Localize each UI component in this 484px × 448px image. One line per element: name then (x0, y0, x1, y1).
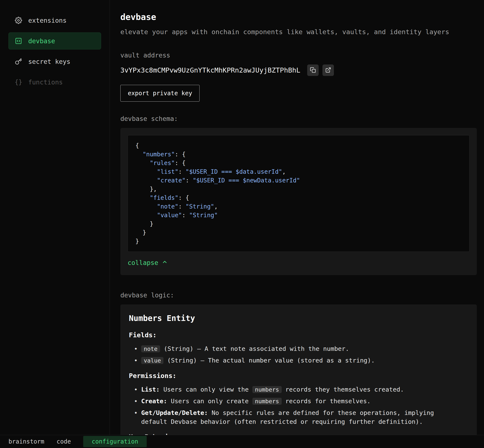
collapse-label: collapse (128, 258, 158, 267)
code-line: "rules": { (135, 159, 462, 167)
logic-bullet: •List: Users can only view the numbers r… (129, 385, 468, 394)
app-window: extensionsdevbasesecret keys{}functions … (0, 0, 484, 448)
logic-section-heading: Fields: (129, 331, 468, 339)
sidebar-item-label: secret keys (28, 58, 70, 65)
copy-icon (310, 67, 316, 74)
page-subtitle: elevate your apps with onchain component… (120, 28, 477, 36)
key-icon (14, 58, 23, 65)
chevron-up-icon (162, 258, 168, 267)
gear-icon (14, 17, 23, 24)
vault-address-row: 3vYPx3c8mCMPvw9UzGnYTkcMhKPRn2awJUyjBZTP… (120, 64, 477, 76)
sidebar-item-label: functions (28, 79, 63, 86)
schema-collapse-button[interactable]: collapse (128, 258, 168, 267)
bullet-dot: • (134, 385, 141, 394)
bullet-text: note (String) — A text note associated w… (141, 344, 468, 353)
schema-code-block: { "numbers": { "rules": { "list": "$USER… (128, 135, 470, 252)
code-line: { (135, 141, 462, 150)
export-private-key-button[interactable]: export private key (120, 85, 199, 102)
code-line: } (135, 237, 462, 246)
code-line: "list": "$USER_ID === $data.userId", (135, 167, 462, 176)
sidebar-item-label: extensions (28, 17, 67, 24)
code-line: } (135, 228, 462, 237)
code-line: "create": "$USER_ID === $newData.userId" (135, 176, 462, 185)
schema-panel: { "numbers": { "rules": { "list": "$USER… (120, 128, 477, 275)
vault-address-value: 3vYPx3c8mCMPvw9UzGnYTkcMhKPRn2awJUyjBZTP… (120, 66, 300, 74)
code-line: } (135, 220, 462, 228)
code-line: "value": "String" (135, 211, 462, 220)
code-line: "note": "String", (135, 202, 462, 211)
logic-section-heading: Key Behaviors: (129, 432, 468, 435)
open-explorer-button[interactable] (322, 64, 334, 76)
sidebar-item-secret-keys[interactable]: secret keys (8, 53, 101, 70)
logic-bullet-list: •note (String) — A text note associated … (129, 344, 468, 365)
bullet-dot: • (134, 397, 141, 406)
main-content: devbase elevate your apps with onchain c… (110, 0, 484, 435)
external-link-icon (325, 67, 331, 74)
bullet-dot: • (134, 408, 141, 426)
logic-bullet: •Get/Update/Delete: No specific rules ar… (129, 408, 468, 426)
code-line: }, (135, 185, 462, 193)
logic-bullet: •value (String) — The actual number valu… (129, 356, 468, 365)
footer-tab-brainstorm[interactable]: brainstorm (8, 436, 44, 447)
sidebar-item-label: devbase (28, 37, 55, 45)
copy-address-button[interactable] (307, 64, 319, 76)
code-line: "fields": { (135, 193, 462, 202)
logic-section-heading: Permissions: (129, 371, 468, 380)
code-square-icon (14, 37, 23, 45)
logic-panel: Numbers Entity Fields:•note (String) — A… (120, 304, 477, 435)
footer-tab-bar: brainstormcodeconfiguration (0, 435, 484, 448)
bullet-text: Create: Users can only create numbers re… (141, 397, 468, 406)
code-line: "numbers": { (135, 150, 462, 159)
bullet-text: value (String) — The actual number value… (141, 356, 468, 365)
logic-body: Fields:•note (String) — A text note asso… (129, 331, 468, 435)
logic-bullet: •Create: Users can only create numbers r… (129, 397, 468, 406)
footer-tab-configuration[interactable]: configuration (83, 436, 147, 447)
bullet-dot: • (134, 356, 141, 365)
braces-icon: {} (14, 79, 23, 85)
sidebar-item-devbase[interactable]: devbase (8, 32, 101, 49)
logic-bullet: •note (String) — A text note associated … (129, 344, 468, 353)
sidebar-item-extensions[interactable]: extensions (8, 12, 101, 29)
content-row: extensionsdevbasesecret keys{}functions … (0, 0, 484, 435)
logic-label: devbase logic: (120, 291, 477, 299)
sidebar: extensionsdevbasesecret keys{}functions (0, 0, 110, 435)
sidebar-item-functions[interactable]: {}functions (8, 74, 101, 91)
logic-bullet-list: •List: Users can only view the numbers r… (129, 385, 468, 426)
bullet-text: Get/Update/Delete: No specific rules are… (141, 408, 468, 426)
logic-entity-title: Numbers Entity (129, 314, 468, 323)
bullet-text: List: Users can only view the numbers re… (141, 385, 468, 394)
page-title: devbase (120, 12, 477, 22)
vault-address-label: vault address (120, 51, 477, 59)
bullet-dot: • (134, 344, 141, 353)
footer-tab-code[interactable]: code (57, 436, 71, 447)
schema-label: devbase schema: (120, 115, 477, 123)
